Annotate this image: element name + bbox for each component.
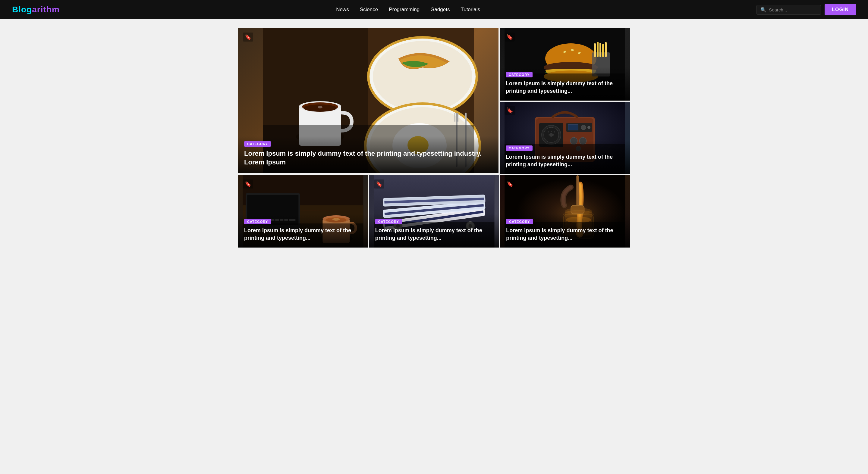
card-3-category: CATEGORY: [506, 145, 532, 151]
svg-point-44: [548, 131, 549, 133]
bookmark-icon-3[interactable]: 🔖: [504, 106, 515, 115]
svg-point-46: [554, 131, 555, 133]
svg-point-9: [373, 41, 472, 112]
card-4-title: Lorem Ipsum is simply dummy text of the …: [244, 227, 362, 241]
bookmark-icon-1[interactable]: 🔖: [243, 33, 253, 41]
nav-news[interactable]: News: [336, 7, 349, 13]
card-5-category: CATEGORY: [375, 219, 402, 224]
card-2-title: Lorem Ipsum is simply dummy text of the …: [506, 80, 624, 95]
top-right-column: 🔖 CATEGORY Lorem Ipsum is simply dummy t…: [500, 28, 630, 174]
card-6[interactable]: 🔖 CATEGORY Lorem Ipsum is simply dummy t…: [500, 175, 630, 247]
card-1-overlay: CATEGORY Lorem Ipsum is simply dummy tex…: [238, 136, 498, 173]
card-1[interactable]: 🔖 CATEGORY Lorem Ipsum is simply dummy t…: [238, 28, 498, 173]
card-6-category: CATEGORY: [506, 219, 533, 224]
svg-rect-33: [602, 44, 604, 57]
card-4-overlay: CATEGORY Lorem Ipsum is simply dummy tex…: [238, 214, 368, 247]
card-1-title: Lorem Ipsum is simply dummy text of the …: [244, 149, 493, 167]
bookmark-icon-5[interactable]: 🔖: [374, 179, 384, 189]
nav-right: 🔍 LOGIN: [756, 4, 856, 15]
main-content: 🔖 CATEGORY Lorem Ipsum is simply dummy t…: [232, 28, 636, 247]
search-input[interactable]: [769, 7, 817, 12]
svg-point-7: [318, 106, 322, 108]
bookmark-icon-2[interactable]: 🔖: [504, 33, 515, 41]
card-2[interactable]: 🔖 CATEGORY Lorem Ipsum is simply dummy t…: [500, 28, 630, 101]
nav-programming[interactable]: Programming: [389, 7, 420, 13]
svg-rect-20: [458, 113, 458, 122]
svg-point-45: [551, 131, 552, 132]
card-6-title: Lorem Ipsum is simply dummy text of the …: [506, 227, 624, 241]
svg-rect-18: [455, 113, 456, 122]
card-3-overlay: CATEGORY Lorem Ipsum is simply dummy tex…: [500, 140, 630, 174]
search-box[interactable]: 🔍: [756, 5, 821, 15]
nav-science[interactable]: Science: [360, 7, 378, 13]
svg-rect-19: [456, 113, 457, 122]
bookmark-icon-6[interactable]: 🔖: [505, 179, 515, 189]
card-6-overlay: CATEGORY Lorem Ipsum is simply dummy tex…: [500, 214, 630, 247]
card-2-overlay: CATEGORY Lorem Ipsum is simply dummy tex…: [500, 67, 630, 101]
card-3[interactable]: 🔖 CATEGORY Lorem Ipsum is simply dummy t…: [500, 102, 630, 174]
card-5[interactable]: 🔖 CATEGORY Lorem Ipsum is simply dummy t…: [369, 175, 499, 247]
svg-rect-31: [597, 42, 598, 57]
bookmark-icon-4[interactable]: 🔖: [243, 179, 253, 189]
nav-gadgets[interactable]: Gadgets: [430, 7, 450, 13]
svg-point-52: [581, 125, 586, 130]
svg-rect-32: [599, 43, 601, 57]
card-4[interactable]: 🔖 CATEGORY Lorem Ipsum is simply dummy t…: [238, 175, 368, 247]
svg-rect-51: [568, 125, 578, 130]
bottom-row: 🔖 CATEGORY Lorem Ipsum is simply dummy t…: [238, 175, 630, 247]
svg-point-43: [550, 133, 553, 137]
card-1-category: CATEGORY: [244, 141, 271, 147]
search-icon: 🔍: [761, 7, 767, 13]
svg-rect-34: [605, 42, 607, 57]
card-4-category: CATEGORY: [244, 219, 271, 224]
svg-point-47: [549, 134, 550, 136]
navbar: Blogarithm News Science Programming Gadg…: [0, 0, 868, 19]
nav-tutorials[interactable]: Tutorials: [461, 7, 480, 13]
svg-point-53: [587, 126, 590, 129]
login-button[interactable]: LOGIN: [825, 4, 856, 15]
nav-links: News Science Programming Gadgets Tutoria…: [336, 7, 480, 13]
svg-rect-30: [594, 43, 596, 57]
card-5-overlay: CATEGORY Lorem Ipsum is simply dummy tex…: [369, 214, 499, 247]
svg-point-48: [553, 134, 554, 136]
card-5-title: Lorem Ipsum is simply dummy text of the …: [375, 227, 493, 241]
top-row: 🔖 CATEGORY Lorem Ipsum is simply dummy t…: [238, 28, 630, 174]
site-logo[interactable]: Blogarithm: [12, 5, 60, 14]
card-2-category: CATEGORY: [506, 72, 532, 77]
card-3-title: Lorem Ipsum is simply dummy text of the …: [506, 153, 624, 168]
